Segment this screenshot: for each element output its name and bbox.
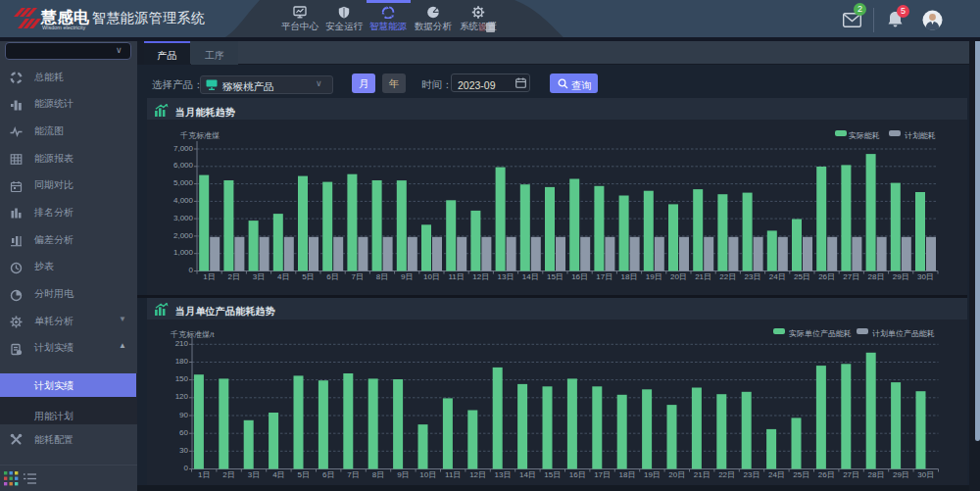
svg-text:210: 210 — [175, 339, 189, 348]
svg-text:19日: 19日 — [644, 470, 661, 479]
svg-text:13日: 13日 — [498, 272, 514, 281]
svg-text:90: 90 — [179, 411, 188, 419]
svg-text:8日: 8日 — [376, 272, 388, 281]
svg-text:14日: 14日 — [519, 470, 536, 479]
svg-text:21日: 21日 — [694, 470, 710, 479]
svg-text:2,000: 2,000 — [173, 231, 194, 240]
svg-text:9日: 9日 — [401, 272, 413, 281]
svg-text:7,000: 7,000 — [173, 144, 194, 153]
svg-text:24日: 24日 — [768, 470, 785, 479]
svg-text:60: 60 — [179, 428, 188, 437]
svg-text:30: 30 — [179, 446, 188, 455]
svg-text:4日: 4日 — [272, 470, 284, 479]
svg-text:27日: 27日 — [843, 272, 859, 281]
svg-text:12日: 12日 — [469, 470, 486, 479]
svg-text:30日: 30日 — [917, 470, 934, 479]
svg-text:26日: 26日 — [818, 272, 835, 281]
svg-text:0: 0 — [189, 266, 194, 274]
svg-text:5日: 5日 — [298, 470, 310, 479]
svg-text:21日: 21日 — [695, 272, 711, 281]
svg-text:18日: 18日 — [621, 272, 638, 281]
svg-text:6日: 6日 — [322, 470, 334, 479]
svg-text:25日: 25日 — [793, 470, 809, 479]
svg-text:16日: 16日 — [571, 272, 588, 281]
svg-text:30日: 30日 — [917, 272, 934, 281]
svg-text:9日: 9日 — [397, 470, 409, 479]
svg-text:2日: 2日 — [222, 470, 234, 479]
svg-text:17日: 17日 — [596, 272, 612, 281]
svg-text:4日: 4日 — [277, 272, 289, 281]
svg-text:29日: 29日 — [893, 470, 909, 479]
svg-text:1,000: 1,000 — [173, 248, 194, 257]
svg-text:24日: 24日 — [769, 272, 786, 281]
svg-text:12日: 12日 — [472, 272, 489, 281]
svg-text:3日: 3日 — [248, 470, 260, 479]
svg-text:3,000: 3,000 — [173, 214, 194, 222]
svg-text:6,000: 6,000 — [173, 161, 194, 170]
svg-text:1日: 1日 — [198, 470, 210, 479]
svg-text:5,000: 5,000 — [173, 178, 194, 187]
svg-text:7日: 7日 — [347, 470, 359, 479]
svg-text:6日: 6日 — [326, 272, 338, 281]
svg-text:17日: 17日 — [594, 470, 611, 479]
svg-text:7日: 7日 — [352, 272, 364, 281]
svg-text:4,000: 4,000 — [173, 196, 194, 205]
svg-text:8日: 8日 — [372, 470, 384, 479]
svg-text:22日: 22日 — [719, 272, 736, 281]
svg-text:18日: 18日 — [619, 470, 636, 479]
svg-text:150: 150 — [175, 374, 189, 383]
svg-text:28日: 28日 — [868, 470, 885, 479]
svg-text:20日: 20日 — [670, 272, 687, 281]
svg-text:29日: 29日 — [893, 272, 909, 281]
svg-text:11日: 11日 — [448, 272, 464, 281]
svg-text:120: 120 — [175, 392, 189, 401]
svg-text:1日: 1日 — [203, 272, 215, 281]
svg-text:23日: 23日 — [745, 272, 761, 281]
svg-text:5日: 5日 — [302, 272, 314, 281]
svg-text:3日: 3日 — [253, 272, 265, 281]
svg-text:15日: 15日 — [544, 470, 561, 479]
svg-text:27日: 27日 — [843, 470, 859, 479]
svg-text:0: 0 — [184, 464, 189, 472]
svg-text:10日: 10日 — [419, 470, 436, 479]
svg-text:11日: 11日 — [445, 470, 461, 479]
svg-text:20日: 20日 — [668, 470, 685, 479]
svg-text:25日: 25日 — [794, 272, 810, 281]
svg-text:10日: 10日 — [423, 272, 440, 281]
svg-text:16日: 16日 — [569, 470, 586, 479]
svg-text:14日: 14日 — [522, 272, 539, 281]
svg-text:28日: 28日 — [868, 272, 885, 281]
svg-text:23日: 23日 — [744, 470, 760, 479]
svg-text:千克标准煤: 千克标准煤 — [179, 131, 220, 140]
svg-text:180: 180 — [175, 357, 189, 366]
svg-text:22日: 22日 — [718, 470, 735, 479]
svg-text:26日: 26日 — [818, 470, 835, 479]
svg-text:13日: 13日 — [495, 470, 512, 479]
svg-text:2日: 2日 — [228, 272, 240, 281]
svg-text:15日: 15日 — [547, 272, 564, 281]
svg-text:19日: 19日 — [646, 272, 662, 281]
